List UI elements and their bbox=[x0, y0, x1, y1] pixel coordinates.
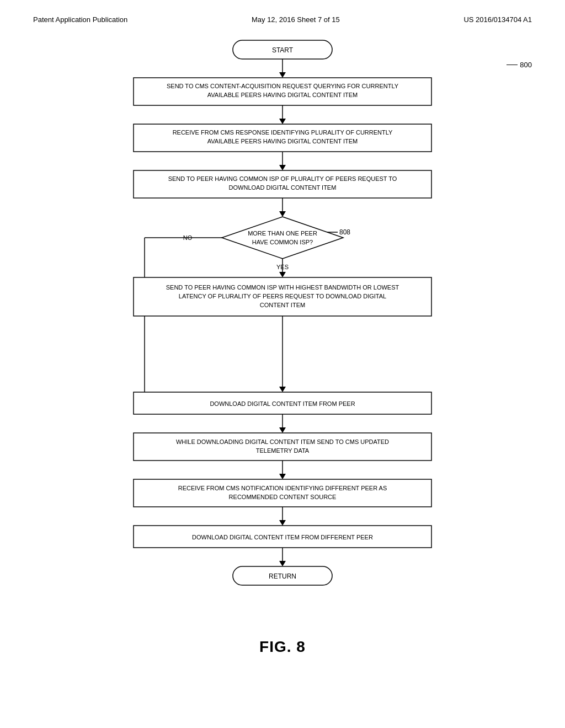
svg-text:DOWNLOAD DIGITAL CONTENT ITEM : DOWNLOAD DIGITAL CONTENT ITEM FROM PEER bbox=[210, 400, 355, 407]
header-center: May 12, 2016 Sheet 7 of 15 bbox=[252, 15, 340, 24]
svg-text:DOWNLOAD DIGITAL CONTENT ITEM : DOWNLOAD DIGITAL CONTENT ITEM FROM DIFFE… bbox=[192, 534, 373, 540]
svg-marker-51 bbox=[279, 427, 286, 433]
svg-text:AVAILABLE PEERS HAVING DIGITAL: AVAILABLE PEERS HAVING DIGITAL CONTENT I… bbox=[207, 138, 358, 144]
svg-text:DOWNLOAD DIGITAL CONTENT ITEM: DOWNLOAD DIGITAL CONTENT ITEM bbox=[229, 184, 337, 191]
svg-text:MORE THAN ONE PEER: MORE THAN ONE PEER bbox=[248, 230, 317, 237]
svg-rect-61 bbox=[134, 479, 431, 507]
svg-text:RECOMMENDED CONTENT SOURCE: RECOMMENDED CONTENT SOURCE bbox=[229, 494, 337, 500]
svg-text:RECEIVE FROM CMS NOTIFICATION : RECEIVE FROM CMS NOTIFICATION IDENTIFYIN… bbox=[178, 485, 387, 491]
flowchart-container: START 802 SEND TO CMS CONTENT-ACQUISITIO… bbox=[89, 24, 476, 622]
svg-text:WHILE DOWNLOADING DIGITAL CONT: WHILE DOWNLOADING DIGITAL CONTENT ITEM S… bbox=[176, 438, 389, 445]
svg-marker-10 bbox=[279, 119, 286, 124]
svg-marker-58 bbox=[279, 474, 286, 479]
svg-marker-71 bbox=[279, 561, 286, 566]
figure-label: FIG. 8 bbox=[0, 638, 565, 656]
svg-rect-54 bbox=[134, 433, 431, 461]
svg-marker-27 bbox=[222, 217, 343, 259]
svg-text:RECEIVE FROM CMS RESPONSE IDEN: RECEIVE FROM CMS RESPONSE IDENTIFYING PL… bbox=[173, 129, 393, 136]
svg-text:SEND TO CMS CONTENT-ACQUISITIO: SEND TO CMS CONTENT-ACQUISITION REQUEST … bbox=[167, 83, 399, 89]
svg-marker-65 bbox=[279, 520, 286, 526]
svg-marker-3 bbox=[279, 72, 286, 78]
svg-marker-17 bbox=[279, 165, 286, 170]
svg-text:LATENCY OF PLURALITY OF PEERS : LATENCY OF PLURALITY OF PEERS REQUEST TO… bbox=[179, 293, 386, 299]
header-right: US 2016/0134704 A1 bbox=[463, 15, 532, 24]
svg-text:START: START bbox=[272, 46, 294, 54]
flowchart-svg: START 802 SEND TO CMS CONTENT-ACQUISITIO… bbox=[89, 24, 476, 619]
page-header: Patent Application Publication May 12, 2… bbox=[0, 0, 565, 24]
svg-marker-33 bbox=[279, 272, 286, 277]
svg-text:808: 808 bbox=[339, 228, 350, 236]
svg-text:AVAILABLE PEERS HAVING DIGITAL: AVAILABLE PEERS HAVING DIGITAL CONTENT I… bbox=[207, 92, 358, 98]
svg-marker-45 bbox=[279, 387, 286, 392]
figure-number-top: 800 bbox=[507, 61, 532, 69]
header-left: Patent Application Publication bbox=[33, 15, 127, 24]
svg-text:RETURN: RETURN bbox=[269, 572, 296, 580]
svg-text:TELEMETRY DATA: TELEMETRY DATA bbox=[256, 447, 310, 454]
svg-marker-24 bbox=[279, 211, 286, 217]
svg-text:SEND TO PEER HAVING COMMON ISP: SEND TO PEER HAVING COMMON ISP OF PLURAL… bbox=[168, 175, 397, 182]
svg-text:HAVE COMMON ISP?: HAVE COMMON ISP? bbox=[252, 239, 313, 245]
svg-text:CONTENT ITEM: CONTENT ITEM bbox=[260, 302, 305, 308]
svg-text:SEND TO PEER HAVING COMMON ISP: SEND TO PEER HAVING COMMON ISP WITH HIGH… bbox=[166, 284, 399, 291]
